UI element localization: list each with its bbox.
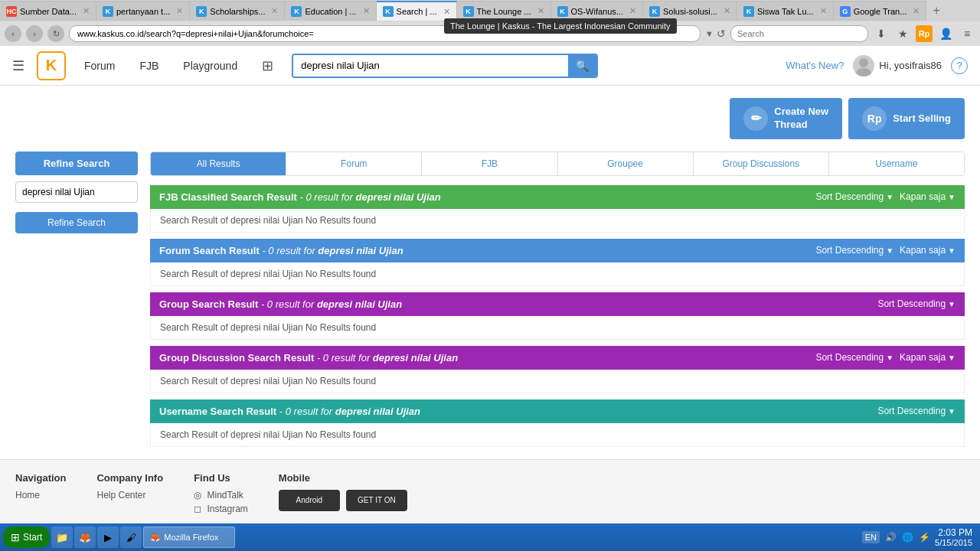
sort-label-forum: Sort Descending (815, 245, 884, 256)
result-body-forum: Search Result of depresi nilai Ujian No … (150, 262, 965, 286)
close-tab-solusi[interactable]: ✕ (724, 6, 730, 16)
start-label: Start (23, 532, 42, 543)
footer-findus-title: Find Us (194, 472, 248, 484)
reload-small-icon[interactable]: ↺ (717, 28, 726, 40)
tab-title-google: Google Tran... (854, 7, 907, 16)
android-badge[interactable]: Android (279, 490, 340, 511)
tab-education[interactable]: K Education | ... ✕ (285, 1, 376, 21)
user-nav-icon[interactable]: 👤 (937, 25, 954, 42)
sort-dropdown-username[interactable]: Sort Descending ▼ (877, 406, 956, 416)
refine-search-button[interactable]: Refine Search (15, 212, 138, 233)
close-tab-scholarships[interactable]: ✕ (271, 6, 278, 16)
search-button[interactable]: 🔍 (568, 55, 596, 77)
hamburger-menu[interactable]: ☰ (12, 57, 24, 74)
star-icon[interactable]: ★ (894, 25, 911, 42)
result-title-strong-username: Username Search Result (159, 406, 276, 417)
result-section-username: Username Search Result - 0 result for de… (150, 399, 965, 447)
top-nav: ☰ K Forum FJB Playground ⊞ 🔍 What's New?… (0, 46, 980, 86)
close-tab-hc[interactable]: ✕ (83, 6, 90, 16)
tab-google[interactable]: G Google Tran... ✕ (834, 1, 927, 21)
dropdown-icon[interactable]: ▼ (705, 29, 714, 38)
favicon-google: G (840, 6, 851, 17)
tab-username[interactable]: Username (829, 152, 964, 175)
sort-dropdown-forum[interactable]: Sort Descending ▼ (815, 245, 893, 256)
whats-new-link[interactable]: What's New? (786, 60, 844, 71)
clock[interactable]: 2:03 PM 5/15/2015 (935, 527, 972, 547)
language-indicator[interactable]: EN (862, 531, 880, 543)
close-tab-search[interactable]: ✕ (443, 7, 450, 17)
taskbar-icon-file[interactable]: 📁 (51, 527, 73, 548)
new-tab-button[interactable]: + (926, 4, 946, 18)
sort-label-gd: Sort Descending (815, 352, 884, 363)
download-icon[interactable]: ⬇ (873, 25, 890, 42)
close-tab-siswa[interactable]: ✕ (820, 6, 827, 16)
instagram-icon: ◻ (194, 504, 201, 514)
results-area: All Results Forum FJB Groupee Group Disc… (150, 152, 965, 453)
close-tab-pertanyaan[interactable]: ✕ (176, 6, 183, 16)
footer-company-title: Company Info (96, 472, 163, 484)
result-header-fjb: FJB Classified Search Result - 0 result … (150, 185, 965, 209)
result-section-group: Group Search Result - 0 result for depre… (150, 292, 965, 340)
kaskus-nav-icon[interactable]: Rp (916, 25, 933, 42)
close-tab-google[interactable]: ✕ (913, 6, 920, 16)
close-tab-education[interactable]: ✕ (363, 6, 370, 16)
taskbar-icon-paint[interactable]: 🖌 (120, 527, 142, 548)
user-info[interactable]: Hi, yosifrais86 (853, 55, 942, 77)
create-thread-button[interactable]: ✏ Create NewThread (730, 98, 842, 139)
result-body-text-fjb: Search Result of depresi nilai Ujian No … (160, 215, 376, 226)
favicon-lounge: K (463, 6, 474, 17)
taskbar-icon-media[interactable]: ▶ (97, 527, 119, 548)
kaskus-logo[interactable]: K (37, 51, 66, 80)
sort-dropdown-fjb[interactable]: Sort Descending ▼ (815, 191, 893, 202)
menu-icon[interactable]: ≡ (959, 25, 975, 42)
start-selling-button[interactable]: Rp Start Selling (848, 98, 965, 139)
battery-icon[interactable]: ⚡ (918, 531, 930, 543)
start-button[interactable]: ⊞ Start (3, 527, 50, 548)
result-count-group: - 0 result for (258, 298, 317, 310)
refine-search-header[interactable]: Refine Search (15, 152, 138, 175)
sidebar-search-input[interactable] (15, 181, 138, 203)
favicon-siswa: K (743, 6, 754, 17)
ios-badge[interactable]: GET IT ON (346, 490, 407, 511)
tab-fjb[interactable]: FJB (422, 152, 557, 175)
tab-hc[interactable]: HC Sumber Data... ✕ (0, 1, 96, 21)
svg-point-0 (859, 58, 868, 67)
tab-siswa[interactable]: K Siswa Tak Lu... ✕ (737, 1, 834, 21)
create-thread-label: Create NewThread (774, 106, 828, 132)
result-controls-group: Sort Descending ▼ (877, 298, 956, 309)
tab-all-results[interactable]: All Results (151, 152, 286, 175)
tab-scholarships[interactable]: K Scholarships... ✕ (190, 1, 285, 21)
forward-button[interactable]: › (26, 25, 43, 42)
back-button[interactable]: ‹ (5, 25, 21, 42)
nav-forum[interactable]: Forum (78, 60, 121, 72)
result-query-group: depresi nilai Ujian (317, 298, 402, 310)
close-tab-os[interactable]: ✕ (629, 6, 636, 16)
browser-search-input[interactable] (730, 25, 868, 42)
grid-icon[interactable]: ⊞ (262, 57, 273, 74)
tab-group-discussions[interactable]: Group Discussions (694, 152, 829, 175)
result-body-text-group: Search Result of depresi nilai Ujian No … (160, 322, 376, 333)
tab-search[interactable]: K Search | ... ✕ (377, 1, 457, 21)
sort-dropdown-gd[interactable]: Sort Descending ▼ (815, 352, 893, 363)
sort-dropdown-group[interactable]: Sort Descending ▼ (877, 298, 956, 309)
taskbar-item-firefox[interactable]: 🦊 Mozilla Firefox (143, 527, 235, 548)
footer-instagram-link[interactable]: ◻ Instagram (194, 504, 248, 514)
time-dropdown-gd[interactable]: Kapan saja ▼ (900, 352, 956, 363)
sound-icon[interactable]: 🔊 (884, 531, 897, 543)
network-icon[interactable]: 🌐 (901, 531, 913, 543)
tab-pertanyaan[interactable]: K pertanyaan t... ✕ (96, 1, 190, 21)
reload-button[interactable]: ↻ (47, 25, 64, 42)
nav-fjb[interactable]: FJB (133, 60, 165, 72)
tab-forum[interactable]: Forum (286, 152, 422, 175)
taskbar-icon-browser[interactable]: 🦊 (74, 527, 96, 548)
time-dropdown-forum[interactable]: Kapan saja ▼ (900, 245, 956, 256)
time-dropdown-fjb[interactable]: Kapan saja ▼ (900, 191, 956, 202)
search-input[interactable] (293, 55, 568, 76)
nav-playground[interactable]: Playground (177, 60, 243, 72)
help-button[interactable]: ? (951, 57, 968, 74)
close-tab-lounge[interactable]: ✕ (537, 6, 544, 16)
footer-home-link[interactable]: Home (15, 490, 66, 500)
tab-groupee[interactable]: Groupee (558, 152, 694, 175)
footer-mindtalk-link[interactable]: ◎ MindTalk (194, 490, 248, 500)
footer-help-link[interactable]: Help Center (96, 490, 163, 500)
